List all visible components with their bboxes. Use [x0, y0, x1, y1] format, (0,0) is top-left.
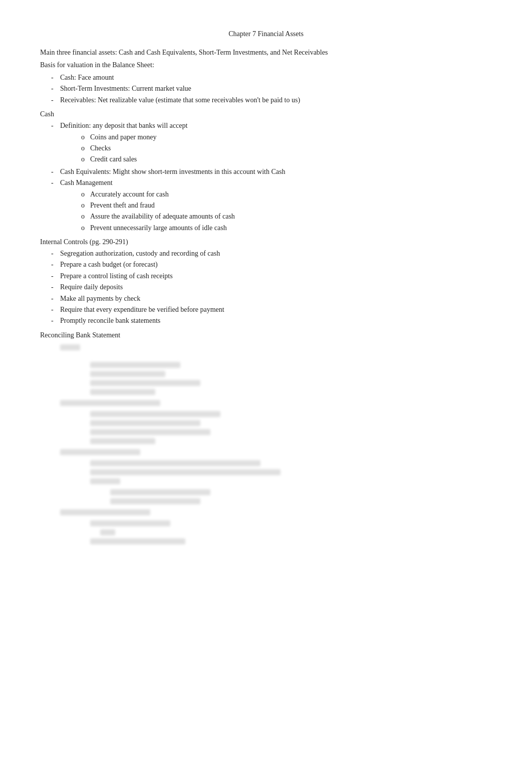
cash-item-definition: Definition: any deposit that banks will …	[60, 120, 492, 165]
mgmt-sub-2: Prevent theft and fraud	[90, 200, 492, 211]
def-sub-3: Credit card sales	[90, 154, 492, 165]
ic-item-6: Require that every expenditure be verifi…	[60, 304, 492, 315]
intro-line2: Basis for valuation in the Balance Sheet…	[40, 60, 492, 70]
basis-item-1: Cash: Face amount	[60, 72, 492, 83]
ic-item-7: Promptly reconcile bank statements	[60, 315, 492, 326]
def-sub-2: Checks	[90, 143, 492, 154]
ic-item-5: Make all payments by check	[60, 293, 492, 304]
def-sub-1: Coins and paper money	[90, 132, 492, 143]
mgmt-sub-1: Accurately account for cash	[90, 189, 492, 200]
mgmt-sub-4: Prevent unnecessarily large amounts of i…	[90, 223, 492, 234]
ic-item-4: Require daily deposits	[60, 282, 492, 293]
management-sub-list: Accurately account for cash Prevent thef…	[60, 189, 492, 234]
page-title: Chapter 7 Financial Assets	[40, 30, 492, 38]
cash-heading: Cash	[40, 109, 492, 119]
internal-controls-list: Segregation authorization, custody and r…	[40, 248, 492, 327]
ic-item-3: Prepare a control listing of cash receip…	[60, 271, 492, 282]
mgmt-sub-3: Assure the availability of adequate amou…	[90, 211, 492, 222]
cash-item-management: Cash Management Accurately account for c…	[60, 177, 492, 234]
internal-controls-heading: Internal Controls (pg. 290-291)	[40, 237, 492, 247]
reconciling-heading: Reconciling Bank Statement	[40, 330, 492, 340]
blurred-content	[40, 344, 492, 544]
ic-item-2: Prepare a cash budget (or forecast)	[60, 259, 492, 270]
basis-list: Cash: Face amount Short-Term Investments…	[40, 72, 492, 106]
basis-item-3: Receivables: Net realizable value (estim…	[60, 95, 492, 106]
cash-item-equivalents: Cash Equivalents: Might show short-term …	[60, 166, 492, 177]
cash-list: Definition: any deposit that banks will …	[40, 120, 492, 234]
definition-sub-list: Coins and paper money Checks Credit card…	[60, 132, 492, 165]
ic-item-1: Segregation authorization, custody and r…	[60, 248, 492, 259]
intro-line1: Main three financial assets: Cash and Ca…	[40, 47, 492, 58]
basis-item-2: Short-Term Investments: Current market v…	[60, 83, 492, 94]
